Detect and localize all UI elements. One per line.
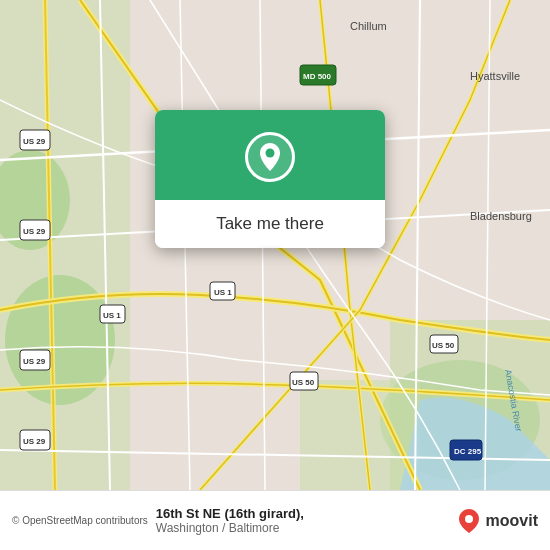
svg-text:Bladensburg: Bladensburg — [470, 210, 532, 222]
svg-text:US 29: US 29 — [23, 357, 46, 366]
svg-text:US 29: US 29 — [23, 137, 46, 146]
take-me-there-button[interactable]: Take me there — [155, 200, 385, 248]
svg-text:Hyattsville: Hyattsville — [470, 70, 520, 82]
svg-text:DC 295: DC 295 — [454, 447, 482, 456]
popup-header — [155, 110, 385, 200]
map-container[interactable]: US 29 US 29 US 29 US 29 US 1 US 1 US 50 … — [0, 0, 550, 490]
svg-text:US 1: US 1 — [214, 288, 232, 297]
location-info: 16th St NE (16th girard), Washington / B… — [156, 506, 448, 535]
popup-card: Take me there — [155, 110, 385, 248]
svg-text:US 29: US 29 — [23, 227, 46, 236]
pin-icon — [256, 141, 284, 173]
svg-text:US 29: US 29 — [23, 437, 46, 446]
moovit-icon — [456, 508, 482, 534]
location-name: 16th St NE (16th girard), — [156, 506, 304, 521]
svg-text:US 1: US 1 — [103, 311, 121, 320]
svg-point-42 — [465, 515, 473, 523]
svg-text:US 50: US 50 — [292, 378, 315, 387]
location-city: Washington / Baltimore — [156, 521, 280, 535]
location-icon-circle — [245, 132, 295, 182]
bottom-bar: © OpenStreetMap contributors 16th St NE … — [0, 490, 550, 550]
copyright-text: © OpenStreetMap contributors — [12, 515, 148, 526]
svg-point-41 — [266, 149, 275, 158]
moovit-logo: moovit — [456, 508, 538, 534]
svg-text:US 50: US 50 — [432, 341, 455, 350]
svg-text:Chillum: Chillum — [350, 20, 387, 32]
svg-text:MD 500: MD 500 — [303, 72, 332, 81]
moovit-label: moovit — [486, 512, 538, 530]
